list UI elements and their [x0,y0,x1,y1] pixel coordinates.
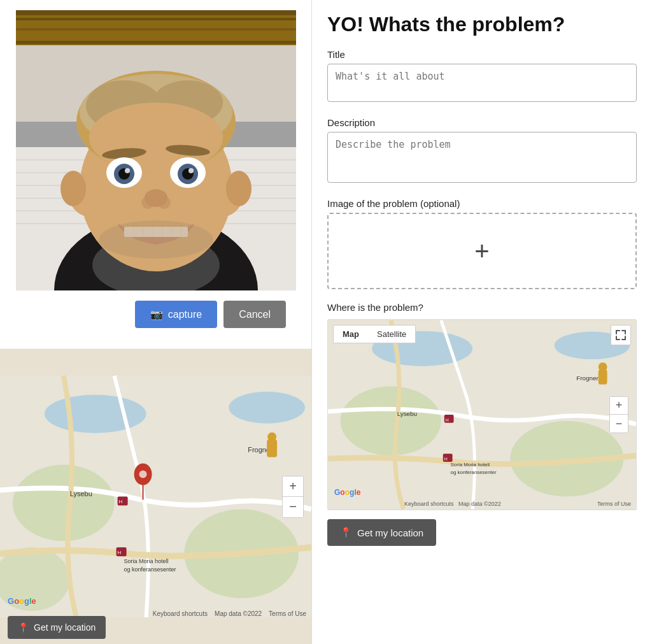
get-location-button-right[interactable]: 📍 Get my location [327,519,436,546]
svg-text:H: H [119,499,123,504]
svg-text:H: H [444,457,448,461]
svg-rect-2 [16,10,296,15]
capture-button[interactable]: 📷 capture [135,301,217,328]
svg-text:Lysebu: Lysebu [397,410,417,417]
title-section: Title [327,49,637,104]
map-container-right[interactable]: Map Satellite [327,319,637,510]
title-label: Title [327,49,637,60]
svg-point-33 [125,168,130,173]
terms-left: Terms of Use [269,610,306,617]
svg-rect-67 [267,440,277,457]
keyboard-shortcuts-right: Keyboard shortcuts [404,501,454,507]
zoom-in-label-right: + [616,399,623,412]
svg-rect-1 [16,10,296,45]
zoom-in-btn-left[interactable]: + [283,476,303,497]
map-svg-right: Lysebu Frogners Soria Moria hotell og ko… [328,320,636,510]
camera-icon: 📷 [150,308,163,320]
map-svg-left: Lysebu Frogners Soria Moria hotell og ko… [0,349,311,644]
map-tab-map[interactable]: Map [334,326,368,343]
left-panel: 📷 capture Cancel [0,0,312,644]
image-upload-area[interactable]: + [327,213,637,289]
cancel-label: Cancel [239,309,271,320]
map-tab-satellite[interactable]: Satellite [368,326,415,343]
svg-text:Lysebu: Lysebu [70,490,92,498]
location-pin-icon-left: 📍 [18,622,29,633]
right-panel: YO! Whats the problem? Title Description… [312,0,652,644]
camera-modal: 📷 capture Cancel [0,0,311,349]
svg-rect-5 [16,41,296,44]
capture-label: capture [168,309,202,320]
google-logo-right: Google [334,488,360,497]
fullscreen-button[interactable] [611,325,631,345]
location-section: Where is the problem? Map Satellite [327,302,637,546]
map-data-left: Map data ©2022 [215,610,262,617]
get-location-button-left[interactable]: 📍 Get my location [8,616,106,639]
image-upload-plus: + [474,238,489,264]
image-label: Image of the problem (optional) [327,198,637,209]
fullscreen-icon [616,330,626,340]
svg-rect-85 [599,369,607,385]
description-section: Description [327,117,637,185]
svg-text:Soria Moria hotell: Soria Moria hotell [124,558,169,564]
svg-point-53 [13,465,115,541]
map-zoom-controls-left: + − [282,476,304,518]
zoom-out-label-right: − [616,417,623,431]
svg-point-51 [45,395,146,433]
where-label: Where is the problem? [327,302,637,313]
svg-text:H: H [118,550,122,555]
svg-point-68 [267,433,276,441]
camera-controls: 📷 capture Cancel [10,290,301,338]
zoom-out-label-left: − [289,499,297,514]
map-canvas-left[interactable]: Lysebu Frogners Soria Moria hotell og ko… [0,349,311,644]
get-location-label-left: Get my location [34,622,96,633]
camera-feed [16,10,296,290]
svg-text:og konferansesenter: og konferansesenter [451,469,497,475]
svg-text:Frogners: Frogners [576,375,602,382]
image-section: Image of the problem (optional) + [327,198,637,289]
svg-point-86 [599,362,607,371]
map-data-right: Map data ©2022 [458,501,501,507]
camera-viewfinder [16,10,296,290]
svg-point-49 [226,171,252,206]
svg-point-37 [158,196,171,209]
svg-point-48 [60,171,86,206]
svg-rect-3 [16,18,296,20]
svg-text:Soria Moria hotell: Soria Moria hotell [451,462,490,468]
map-zoom-controls-right: + − [609,396,628,433]
title-input[interactable] [327,64,637,102]
description-input[interactable] [327,132,637,183]
keyboard-shortcuts-left: Keyboard shortcuts [153,610,208,617]
map-section-left: Lysebu Frogners Soria Moria hotell og ko… [0,349,311,644]
zoom-in-btn-right[interactable]: + [610,397,628,415]
get-location-label-right: Get my location [357,527,423,538]
svg-text:H: H [446,418,449,422]
svg-point-36 [141,196,154,209]
svg-point-52 [229,392,305,424]
svg-point-34 [188,168,194,173]
google-logo-left: Google [8,596,36,606]
page-title: YO! Whats the problem? [327,13,637,36]
svg-point-62 [139,471,147,478]
map-type-bar: Map Satellite [333,325,416,343]
svg-text:og konferansesenter: og konferansesenter [124,566,176,573]
svg-point-72 [341,387,441,456]
cancel-button[interactable]: Cancel [223,301,286,328]
zoom-in-label-left: + [289,479,297,494]
map-canvas-right: Lysebu Frogners Soria Moria hotell og ko… [328,320,636,510]
zoom-out-btn-right[interactable]: − [610,415,628,433]
svg-point-24 [89,103,223,173]
map-footer-right: Terms of Use [597,501,631,507]
terms-right: Terms of Use [597,501,631,507]
location-pin-icon-right: 📍 [340,527,352,538]
description-label: Description [327,117,637,128]
zoom-out-btn-left[interactable]: − [283,497,303,517]
svg-rect-4 [16,28,296,31]
svg-point-45 [99,220,213,259]
map-footer-center-right: Keyboard shortcuts Map data ©2022 [404,501,501,507]
map-footer-left: Keyboard shortcuts Map data ©2022 Terms … [153,610,306,617]
